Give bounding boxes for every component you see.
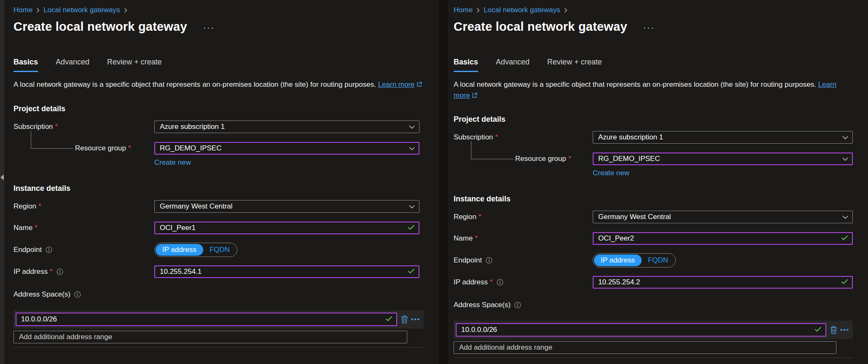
required-asterisk: * <box>475 234 478 243</box>
ip-address-input[interactable] <box>598 278 838 286</box>
valid-check-icon <box>408 268 415 276</box>
name-label: Name* <box>454 234 593 243</box>
required-asterisk: * <box>128 144 131 153</box>
region-row: Region* Germany West Central <box>13 200 424 213</box>
blade-more-options-button[interactable]: ··· <box>203 24 215 29</box>
tab-basics[interactable]: Basics <box>454 58 478 72</box>
info-icon[interactable] <box>486 257 492 264</box>
resource-group-label: Resource group* <box>454 155 593 163</box>
subscription-label: Subscription* <box>13 123 154 131</box>
required-asterisk: * <box>478 213 481 221</box>
region-select[interactable]: Germany West Central <box>154 200 419 213</box>
info-icon[interactable] <box>74 291 81 298</box>
add-address-range-input[interactable] <box>19 333 403 341</box>
tab-review-create[interactable]: Review + create <box>107 58 162 72</box>
ip-address-row: IP address* <box>13 265 424 278</box>
ip-address-label: IP address* <box>13 268 154 276</box>
address-spaces-label: Address Space(s) <box>13 290 424 299</box>
learn-more-link[interactable]: Learn more <box>378 80 415 88</box>
delete-address-range-icon[interactable] <box>830 326 837 334</box>
blade-description: A local network gateway is a specific ob… <box>13 79 424 91</box>
valid-check-icon <box>408 224 415 232</box>
name-row: Name* <box>454 232 853 245</box>
address-space-grid-row: ••• <box>454 321 853 339</box>
endpoint-option-ip-address[interactable]: IP address <box>156 244 203 256</box>
resource-group-label: Resource group* <box>13 144 154 153</box>
name-label: Name* <box>13 224 154 232</box>
valid-check-icon <box>841 278 848 286</box>
required-asterisk: * <box>55 123 58 131</box>
info-icon[interactable] <box>497 279 503 286</box>
delete-address-range-icon[interactable] <box>401 315 408 324</box>
create-new-resource-group-link[interactable]: Create new <box>593 169 629 177</box>
ip-address-input[interactable] <box>160 268 404 276</box>
add-address-range-field[interactable] <box>454 341 836 354</box>
instance-details-heading: Instance details <box>13 184 424 193</box>
add-address-range-field[interactable] <box>13 331 407 343</box>
valid-check-icon <box>841 234 848 243</box>
page-title: Create local network gateway <box>454 20 627 34</box>
endpoint-option-ip-address[interactable]: IP address <box>594 254 642 266</box>
region-select[interactable]: Germany West Central <box>593 211 853 223</box>
endpoint-option-fqdn[interactable]: FQDN <box>203 244 236 256</box>
address-space-input[interactable] <box>461 326 811 334</box>
wizard-tabs: Basics Advanced Review + create <box>454 58 853 72</box>
breadcrumb: Home Local network gateways <box>454 6 853 14</box>
subscription-row: Subscription* Azure subscription 1 <box>454 131 853 144</box>
endpoint-label: Endpoint <box>13 246 154 254</box>
required-asterisk: * <box>568 155 571 163</box>
endpoint-row: Endpoint IP address FQDN <box>13 243 424 257</box>
region-row: Region* Germany West Central <box>454 211 853 223</box>
address-space-field[interactable] <box>16 313 397 326</box>
chevron-down-icon <box>842 133 848 142</box>
valid-check-icon <box>814 326 822 334</box>
region-label: Region* <box>13 202 154 211</box>
info-icon[interactable] <box>56 268 63 275</box>
chevron-down-icon <box>409 123 415 131</box>
breadcrumb-home-link[interactable]: Home <box>13 6 32 14</box>
address-space-field[interactable] <box>456 323 826 337</box>
chevron-right-icon <box>124 8 127 13</box>
resource-group-row: Resource group* RG_DEMO_IPSEC <box>13 142 424 155</box>
resource-group-select[interactable]: RG_DEMO_IPSEC <box>154 142 419 155</box>
info-icon[interactable] <box>514 302 521 308</box>
required-asterisk: * <box>35 224 38 232</box>
endpoint-toggle: IP address FQDN <box>154 243 237 257</box>
tab-advanced[interactable]: Advanced <box>496 58 529 72</box>
subscription-select[interactable]: Azure subscription 1 <box>154 120 419 133</box>
breadcrumb-section-link[interactable]: Local network gateways <box>484 6 560 14</box>
name-field[interactable] <box>593 232 853 245</box>
endpoint-toggle: IP address FQDN <box>593 253 676 268</box>
ip-address-field[interactable] <box>154 265 419 278</box>
resource-group-select[interactable]: RG_DEMO_IPSEC <box>593 153 853 165</box>
chevron-right-icon <box>36 8 40 13</box>
name-input[interactable] <box>160 224 404 232</box>
create-lng-blade-right: Home Local network gateways Create local… <box>448 0 868 364</box>
required-asterisk: * <box>490 278 493 286</box>
wizard-tabs: Basics Advanced Review + create <box>13 58 424 72</box>
tab-basics[interactable]: Basics <box>13 58 38 72</box>
address-range-more-options-button[interactable]: ••• <box>840 328 849 332</box>
tab-advanced[interactable]: Advanced <box>56 58 89 72</box>
name-input[interactable] <box>598 234 838 243</box>
create-new-resource-group-link[interactable]: Create new <box>154 158 191 166</box>
endpoint-option-fqdn[interactable]: FQDN <box>642 254 675 266</box>
ip-address-field[interactable] <box>593 276 853 289</box>
tab-review-create[interactable]: Review + create <box>547 58 602 72</box>
add-address-range-input[interactable] <box>459 343 832 352</box>
address-range-more-options-button[interactable]: ••• <box>411 317 420 321</box>
external-link-icon <box>417 80 422 91</box>
endpoint-row: Endpoint IP address FQDN <box>454 254 853 267</box>
subscription-select[interactable]: Azure subscription 1 <box>593 131 853 144</box>
address-space-grid-row: ••• <box>13 310 424 329</box>
chevron-down-icon <box>409 202 415 211</box>
info-icon[interactable] <box>46 246 52 253</box>
subscription-label: Subscription* <box>454 133 593 142</box>
section-divider <box>13 347 424 348</box>
name-field[interactable] <box>154 222 419 234</box>
breadcrumb-section-link[interactable]: Local network gateways <box>43 6 120 14</box>
blade-more-options-button[interactable]: ··· <box>643 24 655 29</box>
address-space-input[interactable] <box>21 315 382 324</box>
breadcrumb-home-link[interactable]: Home <box>454 6 473 14</box>
valid-check-icon <box>385 315 392 324</box>
